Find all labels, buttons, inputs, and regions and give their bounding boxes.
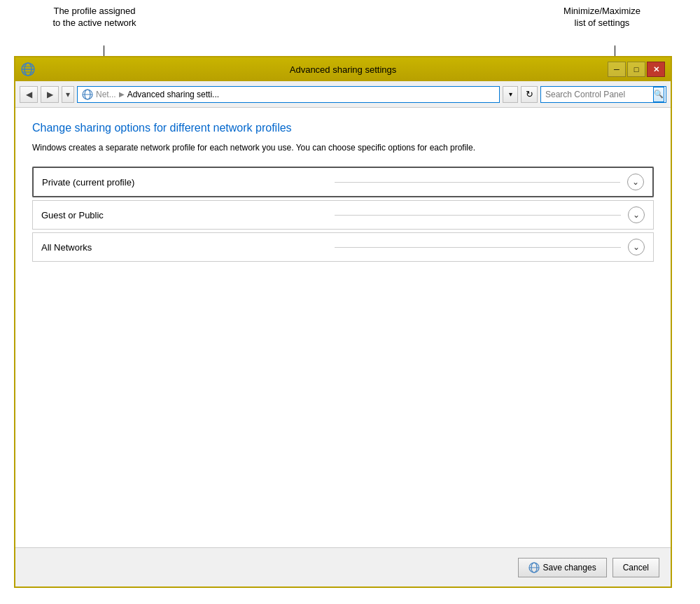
page-description: Windows creates a separate network profi… bbox=[32, 141, 654, 154]
search-icon: 🔍 bbox=[654, 90, 664, 99]
page-title: Change sharing options for different net… bbox=[32, 122, 654, 134]
save-changes-button[interactable]: Save changes bbox=[518, 558, 607, 577]
profile-section: Private (current profile)⌄ bbox=[32, 167, 654, 197]
profile-section: Guest or Public⌄ bbox=[32, 200, 654, 230]
search-button[interactable]: 🔍 bbox=[653, 87, 664, 102]
content-area: Change sharing options for different net… bbox=[15, 108, 671, 547]
forward-button[interactable]: ▶ bbox=[41, 86, 59, 103]
breadcrumb-current: Advanced sharing setti... bbox=[127, 90, 219, 99]
refresh-button[interactable]: ↻ bbox=[521, 86, 538, 103]
profile-name: Guest or Public bbox=[41, 210, 328, 220]
footer: Save changes Cancel bbox=[15, 547, 671, 587]
back-button[interactable]: ◀ bbox=[20, 86, 38, 103]
maximize-button[interactable]: □ bbox=[627, 62, 645, 77]
profile-header[interactable]: All Networks⌄ bbox=[33, 233, 653, 261]
window: Advanced sharing settings ─ □ ✕ ◀ ▶ ▾ Ne… bbox=[14, 56, 672, 588]
nav-dropdown-button[interactable]: ▾ bbox=[62, 86, 74, 103]
titlebar-left bbox=[21, 62, 35, 76]
app-icon bbox=[21, 62, 35, 76]
titlebar-controls: ─ □ ✕ bbox=[608, 62, 665, 77]
cancel-label: Cancel bbox=[623, 563, 649, 573]
profile-header[interactable]: Guest or Public⌄ bbox=[33, 201, 653, 229]
save-label: Save changes bbox=[543, 563, 596, 573]
profile-separator bbox=[335, 182, 620, 183]
profile-section: All Networks⌄ bbox=[32, 232, 654, 262]
profile-name: Private (current profile) bbox=[42, 177, 328, 188]
minimize-button[interactable]: ─ bbox=[608, 62, 626, 77]
annotation-top-left: The profile assignedto the active networ… bbox=[21, 6, 168, 29]
profile-name: All Networks bbox=[41, 242, 328, 253]
address-network-icon bbox=[82, 89, 93, 100]
addressbar: ◀ ▶ ▾ Net... ▶ Advanced sharing setti...… bbox=[15, 81, 671, 108]
profiles-list: Private (current profile)⌄Guest or Publi… bbox=[32, 167, 654, 262]
profile-header[interactable]: Private (current profile)⌄ bbox=[32, 167, 654, 197]
profile-separator bbox=[335, 215, 621, 216]
window-title: Advanced sharing settings bbox=[15, 64, 671, 75]
expand-button[interactable]: ⌄ bbox=[627, 174, 644, 190]
profile-separator bbox=[335, 247, 621, 248]
expand-button[interactable]: ⌄ bbox=[628, 239, 645, 255]
annotation-top-right: Minimize/Maximizelist of settings bbox=[532, 6, 672, 29]
search-box: 🔍 bbox=[540, 86, 666, 103]
address-dropdown-button[interactable]: ▾ bbox=[503, 86, 518, 103]
save-icon bbox=[528, 562, 540, 573]
cancel-button[interactable]: Cancel bbox=[612, 558, 659, 577]
expand-button[interactable]: ⌄ bbox=[628, 206, 645, 223]
search-input[interactable] bbox=[545, 90, 650, 99]
close-button[interactable]: ✕ bbox=[647, 62, 665, 77]
address-field[interactable]: Net... ▶ Advanced sharing setti... bbox=[77, 86, 500, 103]
breadcrumb-separator: ▶ bbox=[119, 90, 125, 98]
titlebar: Advanced sharing settings ─ □ ✕ bbox=[15, 57, 671, 81]
breadcrumb-network: Net... bbox=[96, 90, 116, 99]
